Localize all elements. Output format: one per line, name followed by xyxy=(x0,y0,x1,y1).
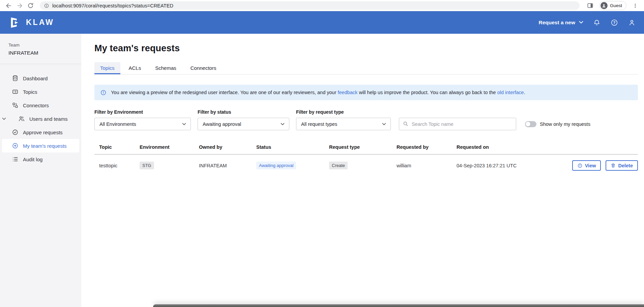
refresh-icon[interactable] xyxy=(26,1,35,10)
delete-button[interactable]: Delete xyxy=(606,160,638,171)
sidebar-item-label: Topics xyxy=(23,89,37,95)
feedback-link[interactable]: feedback xyxy=(338,90,358,95)
view-button-label: View xyxy=(585,163,596,168)
info-circle-icon xyxy=(100,89,107,96)
sidebar-nav: Dashboard Topics Connectors Users and te… xyxy=(0,64,81,166)
environment-select[interactable]: All Environments xyxy=(94,118,191,130)
cell-topic: testtopic xyxy=(94,155,140,177)
chevron-down-icon xyxy=(182,123,186,125)
connector-icon xyxy=(12,102,19,109)
sidebar-item-label: Users and teams xyxy=(29,116,67,122)
user-icon xyxy=(628,19,636,26)
menu-dots-icon[interactable] xyxy=(631,1,640,10)
notifications-button[interactable] xyxy=(593,19,601,27)
info-icon xyxy=(44,3,49,8)
chevron-down-icon xyxy=(281,123,285,125)
cell-owned-by: INFRATEAM xyxy=(199,155,256,177)
topic-icon xyxy=(12,88,19,95)
toggle-knob xyxy=(526,122,530,127)
chevron-down-icon xyxy=(579,21,583,24)
request-a-new-label: Request a new xyxy=(538,20,575,26)
column-header-environment: Environment xyxy=(140,144,199,155)
check-circle-icon xyxy=(12,129,19,136)
dock-edge xyxy=(153,304,644,307)
sidebar-item-dashboard[interactable]: Dashboard xyxy=(2,72,79,85)
sidebar-item-audit-log[interactable]: Audit log xyxy=(2,152,79,166)
tab-list: Topics ACLs Schemas Connectors xyxy=(94,62,638,75)
browser-chrome: localhost:9097/coral/requests/topics?sta… xyxy=(0,0,644,11)
sidebar-item-label: Connectors xyxy=(23,103,49,108)
bell-icon xyxy=(593,19,601,26)
environment-select-value: All Environments xyxy=(99,121,136,127)
delete-button-label: Delete xyxy=(618,163,633,168)
main-content: My team's requests Topics ACLs Schemas C… xyxy=(81,34,644,307)
filter-request-type-label: Filter by request type xyxy=(296,109,391,115)
tab-schemas[interactable]: Schemas xyxy=(149,62,182,74)
request-type-select[interactable]: All request types xyxy=(296,118,391,130)
people-icon xyxy=(18,115,25,122)
svg-text:?: ? xyxy=(613,20,615,24)
sidebar-item-users-and-teams[interactable]: Users and teams xyxy=(8,112,79,125)
browser-profile-button[interactable]: Guest xyxy=(599,1,626,10)
status-select[interactable]: Awaiting approval xyxy=(198,118,289,130)
tab-topics[interactable]: Topics xyxy=(94,62,120,74)
side-panel-icon[interactable] xyxy=(586,1,595,10)
filter-environment-label: Filter by Environment xyxy=(94,109,191,115)
request-type-select-value: All request types xyxy=(301,121,337,127)
trash-icon xyxy=(611,163,616,168)
sidebar-item-label: Approve requests xyxy=(23,130,63,135)
chevron-down-icon xyxy=(382,123,386,125)
view-button[interactable]: View xyxy=(572,160,601,171)
requests-table: Topic Environment Owned by Status Reques… xyxy=(94,144,638,176)
table-row: testtopic STG INFRATEAM Awaiting approva… xyxy=(94,155,638,177)
screen: localhost:9097/coral/requests/topics?sta… xyxy=(0,0,644,307)
list-icon xyxy=(12,156,19,163)
column-header-request-type: Request type xyxy=(329,144,397,155)
banner-text-2: will help us improve the product. You ca… xyxy=(357,90,497,95)
help-button[interactable]: ? xyxy=(610,19,618,27)
plus-circle-icon xyxy=(12,142,19,149)
status-select-value: Awaiting approval xyxy=(203,121,241,127)
show-only-my-requests-label: Show only my requests xyxy=(540,121,590,127)
column-header-requested-on: Requested on xyxy=(457,144,565,155)
app-header: KLAW Request a new ? xyxy=(0,11,644,34)
search-box xyxy=(399,118,516,130)
column-header-topic: Topic xyxy=(94,144,140,155)
tab-connectors[interactable]: Connectors xyxy=(185,62,222,74)
sidebar-item-approve-requests[interactable]: Approve requests xyxy=(2,125,79,139)
brand: KLAW xyxy=(8,16,54,29)
request-type-badge: Create xyxy=(329,162,348,169)
search-input[interactable] xyxy=(399,118,516,130)
filter-status-label: Filter by status xyxy=(198,109,289,115)
team-name: INFRATEAM xyxy=(8,50,73,56)
search-icon xyxy=(403,121,409,127)
forward-icon[interactable] xyxy=(15,1,24,10)
table-header-row: Topic Environment Owned by Status Reques… xyxy=(94,144,638,155)
page-title: My team's requests xyxy=(94,43,638,54)
column-header-requested-by: Requested by xyxy=(397,144,457,155)
url-bar[interactable]: localhost:9097/coral/requests/topics?sta… xyxy=(40,1,580,10)
sidebar-item-topics[interactable]: Topics xyxy=(2,85,79,99)
environment-badge: STG xyxy=(140,162,154,169)
old-interface-link[interactable]: old interface xyxy=(497,90,524,95)
avatar xyxy=(601,2,608,9)
sidebar: Team INFRATEAM Dashboard Topics Connecto… xyxy=(0,34,81,307)
sidebar-item-my-teams-requests[interactable]: My team's requests xyxy=(2,139,79,152)
banner-text: You are viewing a preview of the redesig… xyxy=(111,90,525,95)
tab-acls[interactable]: ACLs xyxy=(123,62,147,74)
request-a-new-button[interactable]: Request a new xyxy=(538,20,583,26)
url-text: localhost:9097/coral/requests/topics?sta… xyxy=(52,3,173,8)
database-icon xyxy=(12,75,19,82)
profile-name: Guest xyxy=(610,3,622,8)
show-only-my-requests-toggle[interactable] xyxy=(525,121,536,127)
team-label: Team xyxy=(8,43,73,48)
info-circle-icon xyxy=(577,163,583,168)
sidebar-item-label: My team's requests xyxy=(23,143,67,149)
banner-text-1: You are viewing a preview of the redesig… xyxy=(111,90,338,95)
profile-button[interactable] xyxy=(628,19,636,27)
sidebar-item-label: Dashboard xyxy=(23,76,48,81)
show-only-my-requests: Show only my requests xyxy=(525,121,590,127)
back-icon[interactable] xyxy=(4,1,13,10)
sidebar-item-connectors[interactable]: Connectors xyxy=(2,99,79,112)
brand-name: KLAW xyxy=(26,18,54,27)
